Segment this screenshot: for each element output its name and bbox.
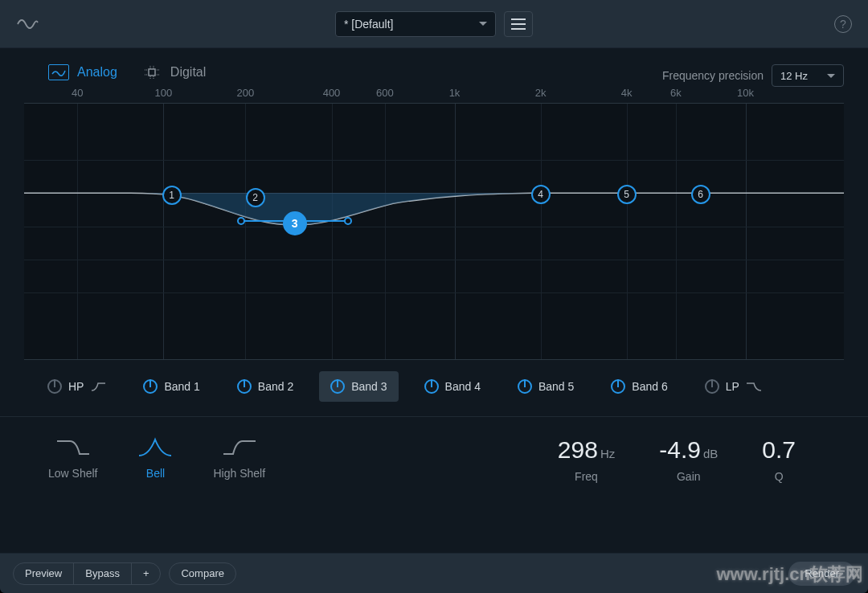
power-icon[interactable]: [518, 379, 532, 394]
eq-node-1[interactable]: 1: [162, 186, 182, 205]
gain-value: -4.9: [659, 436, 701, 463]
q-value: 0.7: [762, 436, 796, 463]
band-1[interactable]: Band 1: [132, 371, 211, 402]
chevron-down-icon: [827, 74, 835, 78]
power-icon[interactable]: [330, 379, 345, 394]
power-icon[interactable]: [611, 379, 625, 394]
readout-freq[interactable]: 298Hz Freq: [558, 436, 615, 483]
shape-low-shelf-label: Low Shelf: [48, 467, 97, 480]
hp-shape-icon: [90, 382, 106, 391]
eq-graph[interactable]: dB 5 0 -5 -10 -15: [24, 103, 844, 360]
q-handle-right[interactable]: [344, 217, 352, 225]
low-shelf-icon: [55, 436, 91, 459]
plugin-logo-icon: [16, 14, 39, 37]
freq-tick: 200: [237, 87, 255, 99]
freq-tick: 6k: [670, 87, 682, 99]
menu-button[interactable]: [504, 11, 533, 37]
q-handle-left[interactable]: [237, 217, 245, 225]
preset-name: * [Default]: [344, 18, 393, 31]
lp-shape-icon: [746, 382, 762, 391]
band-3[interactable]: Band 3: [319, 371, 398, 402]
high-shelf-icon: [222, 436, 257, 459]
shape-low-shelf[interactable]: Low Shelf: [48, 436, 97, 483]
power-icon[interactable]: [424, 379, 439, 394]
band-4[interactable]: Band 4: [413, 371, 492, 402]
band-hp-label: HP: [68, 380, 84, 393]
freq-axis-labels: 40 100 200 400 600 1k 2k 4k 6k 10k: [24, 87, 844, 103]
band-tabs: HP Band 1 Band 2 Band 3 Band 4 Band 5 Ba…: [0, 360, 868, 417]
shape-high-shelf[interactable]: High Shelf: [213, 436, 265, 483]
q-label: Q: [775, 470, 784, 483]
render-button[interactable]: Render: [788, 562, 855, 586]
power-icon[interactable]: [237, 379, 252, 394]
analog-icon: [48, 64, 69, 80]
eq-node-5[interactable]: 5: [617, 185, 637, 204]
freq-tick: 100: [155, 87, 173, 99]
freq-tick: 10k: [737, 87, 754, 99]
readout-q[interactable]: 0.7 Q: [762, 436, 796, 483]
readout-gain[interactable]: -4.9dB Gain: [659, 436, 718, 483]
digital-icon: [141, 64, 162, 80]
eq-container: 40 100 200 400 600 1k 2k 4k 6k 10k dB 5 …: [24, 87, 844, 360]
mode-analog-label: Analog: [77, 65, 117, 80]
eq-node-6[interactable]: 6: [691, 185, 710, 204]
add-button[interactable]: +: [132, 563, 161, 584]
freq-precision-label: Frequency precision: [662, 69, 764, 82]
mode-digital[interactable]: Digital: [141, 64, 206, 80]
chevron-down-icon: [479, 22, 487, 26]
help-icon[interactable]: ?: [834, 15, 852, 33]
shape-bell-label: Bell: [146, 467, 165, 480]
freq-value: 298: [558, 436, 598, 463]
svg-rect-0: [149, 69, 155, 76]
freq-tick: 400: [323, 87, 341, 99]
mode-row: Analog Digital Frequency precision: [0, 48, 868, 87]
band-3-label: Band 3: [351, 380, 387, 393]
band-lp[interactable]: LP: [694, 371, 773, 402]
bottom-bar: Preview Bypass + Compare Render: [0, 553, 868, 593]
eq-curve: [24, 104, 844, 359]
mode-analog[interactable]: Analog: [48, 64, 117, 80]
freq-unit: Hz: [600, 447, 615, 460]
band-5[interactable]: Band 5: [506, 371, 585, 402]
band-6[interactable]: Band 6: [600, 371, 678, 402]
eq-node-3[interactable]: 3: [283, 211, 307, 235]
shape-bell[interactable]: Bell: [137, 436, 173, 483]
band-5-label: Band 5: [538, 380, 574, 393]
preview-button[interactable]: Preview: [14, 563, 74, 584]
freq-precision-value: 12 Hz: [780, 70, 808, 82]
freq-tick: 40: [72, 87, 83, 99]
band-lp-label: LP: [726, 380, 739, 393]
freq-tick: 4k: [621, 87, 633, 99]
shape-high-shelf-label: High Shelf: [213, 467, 265, 480]
gain-label: Gain: [677, 470, 701, 483]
power-icon[interactable]: [143, 379, 158, 394]
mode-digital-label: Digital: [170, 65, 206, 80]
band-1-label: Band 1: [164, 380, 199, 393]
freq-tick: 600: [376, 87, 394, 99]
eq-node-4[interactable]: 4: [531, 185, 551, 204]
gain-unit: dB: [703, 447, 718, 460]
bypass-button[interactable]: Bypass: [74, 563, 132, 584]
compare-button[interactable]: Compare: [169, 562, 235, 585]
filter-shape-group: Low Shelf Bell High Shelf: [48, 436, 265, 483]
band-6-label: Band 6: [632, 380, 667, 393]
top-bar: * [Default] ?: [0, 0, 868, 48]
freq-tick: 1k: [449, 87, 461, 99]
bell-icon: [137, 436, 173, 459]
readout-group: 298Hz Freq -4.9dB Gain 0.7 Q: [558, 436, 796, 483]
freq-label: Freq: [575, 470, 598, 483]
band-2[interactable]: Band 2: [226, 371, 305, 402]
band-4-label: Band 4: [445, 380, 481, 393]
eq-node-2[interactable]: 2: [246, 188, 265, 207]
freq-precision: Frequency precision 12 Hz: [662, 64, 844, 87]
preset-dropdown[interactable]: * [Default]: [335, 11, 496, 37]
freq-precision-dropdown[interactable]: 12 Hz: [772, 64, 844, 87]
power-icon[interactable]: [705, 379, 719, 394]
freq-tick: 2k: [535, 87, 547, 99]
pill-group: Preview Bypass +: [13, 562, 161, 585]
band-2-label: Band 2: [258, 380, 293, 393]
band-hp[interactable]: HP: [36, 371, 117, 402]
controls-row: Low Shelf Bell High Shelf 298Hz Freq -4.…: [0, 417, 868, 507]
power-icon[interactable]: [47, 379, 62, 394]
